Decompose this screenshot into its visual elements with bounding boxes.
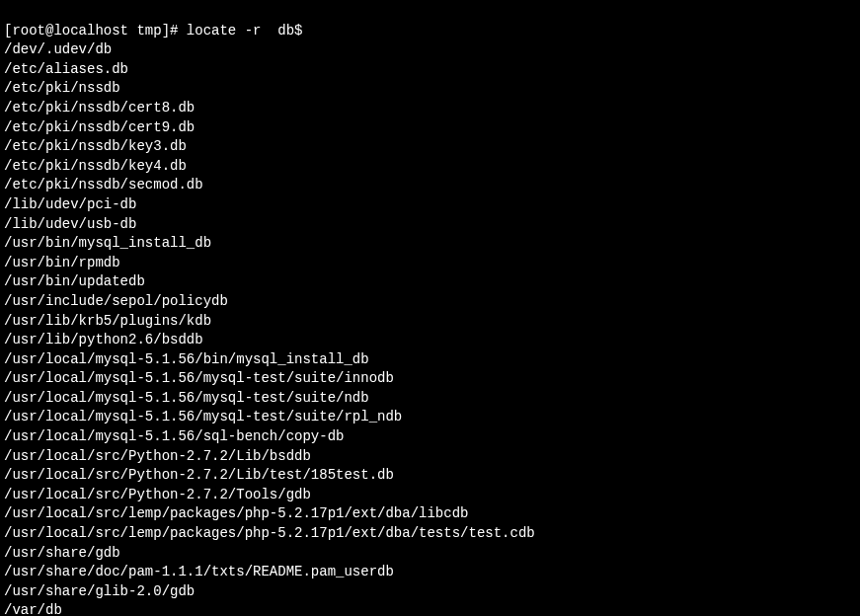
output-line: /etc/pki/nssdb/key3.db [4, 137, 856, 157]
output-line: /usr/local/mysql-5.1.56/mysql-test/suite… [4, 389, 856, 409]
output-line: /usr/local/src/Python-2.7.2/Tools/gdb [4, 486, 856, 505]
prompt-prefix: [root@localhost tmp]# [4, 23, 187, 38]
output-line: /etc/pki/nssdb/cert9.db [4, 118, 856, 138]
output-line: /etc/pki/nssdb/key4.db [4, 157, 856, 177]
output-line: /usr/local/mysql-5.1.56/mysql-test/suite… [4, 408, 856, 427]
output-line: /usr/bin/updatedb [4, 272, 856, 292]
output-line: /usr/local/mysql-5.1.56/bin/mysql_instal… [4, 350, 856, 370]
output-line: /usr/include/sepol/policydb [4, 292, 856, 312]
output-line: /usr/local/src/lemp/packages/php-5.2.17p… [4, 504, 856, 524]
output-line: /usr/lib/python2.6/bsddb [4, 331, 856, 350]
output-line: /usr/share/doc/pam-1.1.1/txts/README.pam… [4, 563, 856, 582]
output-line: /var/db [4, 601, 856, 616]
output-line: /etc/pki/nssdb/cert8.db [4, 99, 856, 118]
output-line: /dev/.udev/db [4, 40, 856, 60]
output-line: /usr/local/mysql-5.1.56/sql-bench/copy-d… [4, 427, 856, 447]
output-line: /usr/share/glib-2.0/gdb [4, 582, 856, 602]
output-line: /lib/udev/pci-db [4, 195, 856, 215]
terminal[interactable]: [root@localhost tmp]# locate -r db$ /dev… [4, 2, 856, 616]
output-line: /etc/pki/nssdb/secmod.db [4, 176, 856, 195]
output-line: /usr/share/gdb [4, 544, 856, 564]
output-line: /lib/udev/usb-db [4, 215, 856, 235]
output-line: /usr/local/mysql-5.1.56/mysql-test/suite… [4, 369, 856, 389]
output-line: /usr/bin/rpmdb [4, 254, 856, 273]
output-line: /etc/aliases.db [4, 60, 856, 80]
command-output: /dev/.udev/db/etc/aliases.db/etc/pki/nss… [4, 40, 856, 616]
command-text: locate -r db$ [187, 23, 303, 38]
prompt-line-1: [root@localhost tmp]# locate -r db$ [4, 23, 302, 38]
output-line: /etc/pki/nssdb [4, 79, 856, 99]
output-line: /usr/bin/mysql_install_db [4, 234, 856, 254]
output-line: /usr/local/src/Python-2.7.2/Lib/test/185… [4, 466, 856, 486]
output-line: /usr/local/src/Python-2.7.2/Lib/bsddb [4, 447, 856, 467]
output-line: /usr/local/src/lemp/packages/php-5.2.17p… [4, 524, 856, 544]
output-line: /usr/lib/krb5/plugins/kdb [4, 312, 856, 332]
